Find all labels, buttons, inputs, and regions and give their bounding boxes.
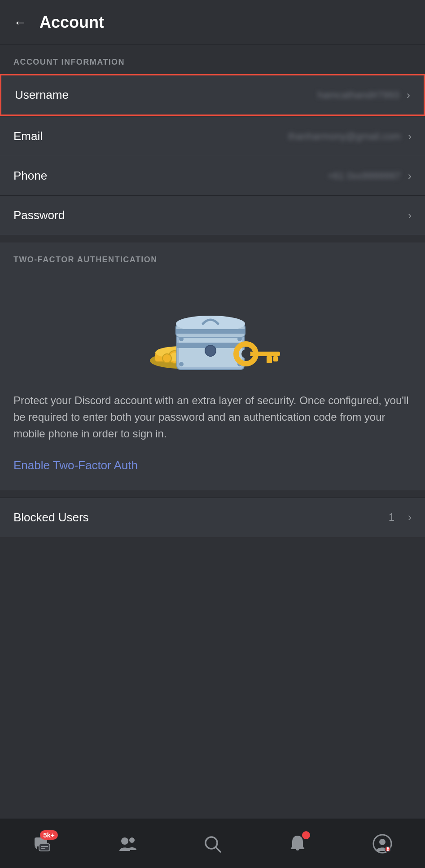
username-value: hamcathand#7993 — [318, 89, 399, 101]
notifications-badge-dot — [302, 831, 310, 839]
svg-rect-38 — [387, 850, 389, 851]
phone-label: Phone — [13, 169, 47, 183]
tfa-illustration — [13, 284, 412, 374]
header: ← Account — [0, 0, 425, 45]
blocked-chevron-icon: › — [408, 511, 412, 524]
password-chevron-icon: › — [408, 209, 412, 222]
svg-point-16 — [179, 337, 184, 341]
svg-rect-13 — [176, 329, 245, 334]
nav-friends[interactable] — [118, 834, 137, 854]
back-button[interactable]: ← — [13, 15, 27, 30]
svg-point-29 — [121, 837, 128, 845]
enable-tfa-link[interactable]: Enable Two-Factor Auth — [13, 458, 138, 472]
email-row[interactable]: Email thanharmony@gmail.com › — [0, 117, 425, 156]
phone-row-right: +61 0xx9999997 › — [328, 170, 412, 182]
svg-rect-26 — [39, 844, 50, 851]
svg-point-24 — [241, 349, 250, 358]
blocked-users-label: Blocked Users — [13, 511, 89, 524]
messages-badge: 5k+ — [40, 830, 57, 840]
svg-point-17 — [237, 337, 242, 341]
bottom-nav: 5k+ — [0, 819, 425, 868]
profile-icon — [372, 834, 392, 854]
phone-value: +61 0xx9999997 — [328, 170, 401, 182]
nav-messages[interactable]: 5k+ — [33, 834, 53, 854]
blocked-users-row[interactable]: Blocked Users 1 › — [0, 498, 425, 537]
nav-profile[interactable] — [372, 834, 392, 854]
username-row-right: hamcathand#7993 › — [318, 89, 410, 101]
username-row-highlight: Username hamcathand#7993 › — [0, 74, 425, 116]
username-chevron-icon: › — [407, 89, 410, 101]
blocked-users-row-right: 1 › — [389, 511, 412, 524]
svg-rect-22 — [273, 356, 278, 361]
svg-rect-37 — [387, 847, 389, 850]
tfa-description: Protect your Discord account with an ext… — [13, 392, 412, 442]
nav-search[interactable] — [202, 834, 222, 854]
section-divider-2 — [0, 490, 425, 498]
bottom-spacer — [0, 537, 425, 595]
email-row-right: thanharmony@gmail.com › — [288, 130, 412, 143]
email-value: thanharmony@gmail.com — [288, 131, 401, 142]
email-label: Email — [13, 129, 43, 143]
svg-point-7 — [162, 354, 171, 363]
blocked-count: 1 — [389, 511, 394, 524]
friends-icon — [118, 834, 137, 854]
username-label: Username — [15, 88, 69, 102]
svg-point-30 — [129, 837, 135, 843]
phone-row[interactable]: Phone +61 0xx9999997 › — [0, 156, 425, 196]
search-icon — [202, 834, 222, 854]
phone-chevron-icon: › — [408, 170, 412, 182]
password-label: Password — [13, 208, 65, 222]
password-row-right: › — [408, 209, 412, 222]
svg-rect-15 — [209, 351, 212, 357]
tfa-section-label: TWO-FACTOR AUTHENTICATION — [13, 242, 412, 275]
username-row[interactable]: Username hamcathand#7993 › — [1, 75, 424, 115]
account-info-section-label: ACCOUNT INFORMATION — [0, 45, 425, 74]
tfa-section: TWO-FACTOR AUTHENTICATION — [0, 242, 425, 490]
svg-rect-21 — [267, 356, 272, 363]
tfa-chest-svg — [136, 284, 289, 374]
email-chevron-icon: › — [408, 130, 412, 143]
password-row[interactable]: Password › — [0, 196, 425, 235]
svg-line-32 — [215, 847, 220, 852]
page-title: Account — [39, 13, 104, 32]
section-divider — [0, 235, 425, 242]
svg-point-34 — [379, 839, 386, 845]
svg-point-18 — [179, 362, 184, 366]
nav-notifications[interactable] — [288, 834, 307, 854]
